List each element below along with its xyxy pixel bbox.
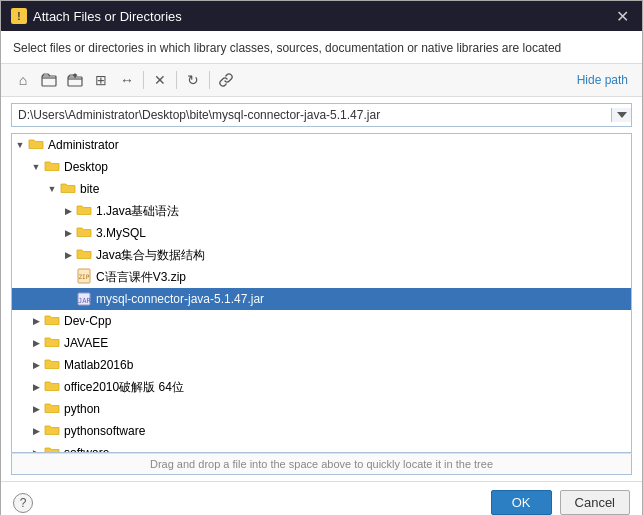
close-button[interactable]: ✕ <box>612 6 632 26</box>
path-bar <box>11 103 632 127</box>
folder-icon <box>44 335 60 351</box>
jar-icon: JAR <box>76 291 92 307</box>
dialog-footer: ? OK Cancel <box>1 481 642 515</box>
new-folder-button[interactable] <box>37 68 61 92</box>
svg-text:JAR: JAR <box>78 297 91 305</box>
help-button[interactable]: ? <box>13 493 33 513</box>
folder-icon <box>44 379 60 395</box>
ok-button[interactable]: OK <box>491 490 552 515</box>
tree-item-label: C语言课件V3.zip <box>96 269 186 286</box>
folder-icon <box>76 247 92 263</box>
toolbar-separator-2 <box>176 71 177 89</box>
folder-up-button[interactable] <box>63 68 87 92</box>
tree-item-dev-cpp[interactable]: ▶ Dev-Cpp <box>12 310 631 332</box>
folder-icon <box>44 313 60 329</box>
tree-item-python[interactable]: ▶ python <box>12 398 631 420</box>
svg-rect-1 <box>68 77 82 86</box>
tree-item-c-course[interactable]: ZIP C语言课件V3.zip <box>12 266 631 288</box>
tree-item-mysql[interactable]: ▶ 3.MySQL <box>12 222 631 244</box>
hide-path-button[interactable]: Hide path <box>573 71 632 89</box>
svg-text:ZIP: ZIP <box>79 273 90 280</box>
footer-buttons: OK Cancel <box>491 490 630 515</box>
tree-item-administrator[interactable]: ▼ Administrator <box>12 134 631 156</box>
tree-item-label: Matlab2016b <box>64 358 133 372</box>
zip-icon: ZIP <box>76 268 92 286</box>
tree-item-label: python <box>64 402 100 416</box>
tree-item-label: Desktop <box>64 160 108 174</box>
folder-icon <box>44 423 60 439</box>
link-button[interactable] <box>214 68 238 92</box>
toolbar-buttons: ⌂ ⊞ ↔ ✕ ↻ <box>11 68 238 92</box>
tree-item-label: mysql-connector-java-5.1.47.jar <box>96 292 264 306</box>
folder-icon <box>76 203 92 219</box>
file-tree[interactable]: ▼ Administrator▼ Desktop▼ bite▶ 1.Java基础… <box>11 133 632 453</box>
folder-icon <box>44 357 60 373</box>
tree-item-label: software <box>64 446 109 453</box>
folder-root-button[interactable]: ⊞ <box>89 68 113 92</box>
dialog-icon: ! <box>11 8 27 24</box>
tree-item-label: Administrator <box>48 138 119 152</box>
path-dropdown-button[interactable] <box>611 108 631 122</box>
tree-item-label: pythonsoftware <box>64 424 145 438</box>
tree-item-javaee[interactable]: ▶ JAVAEE <box>12 332 631 354</box>
toolbar-separator-3 <box>209 71 210 89</box>
delete-button[interactable]: ✕ <box>148 68 172 92</box>
title-bar: ! Attach Files or Directories ✕ <box>1 1 642 31</box>
tree-item-label: Java集合与数据结构 <box>96 247 205 264</box>
folder-icon <box>28 137 44 153</box>
cancel-button[interactable]: Cancel <box>560 490 630 515</box>
tree-item-matlab[interactable]: ▶ Matlab2016b <box>12 354 631 376</box>
tree-item-mysql-connector[interactable]: JAR mysql-connector-java-5.1.47.jar <box>12 288 631 310</box>
tree-item-java-collection[interactable]: ▶ Java集合与数据结构 <box>12 244 631 266</box>
tree-item-label: 3.MySQL <box>96 226 146 240</box>
tree-item-desktop[interactable]: ▼ Desktop <box>12 156 631 178</box>
tree-item-pythonsoftware[interactable]: ▶ pythonsoftware <box>12 420 631 442</box>
tree-item-label: office2010破解版 64位 <box>64 379 184 396</box>
folder-icon <box>76 225 92 241</box>
path-input[interactable] <box>12 104 611 126</box>
attach-files-dialog: ! Attach Files or Directories ✕ Select f… <box>0 0 643 515</box>
home-button[interactable]: ⌂ <box>11 68 35 92</box>
toolbar: ⌂ ⊞ ↔ ✕ ↻ <box>1 63 642 97</box>
tree-item-label: bite <box>80 182 99 196</box>
tree-item-label: JAVAEE <box>64 336 108 350</box>
tree-item-office[interactable]: ▶ office2010破解版 64位 <box>12 376 631 398</box>
title-bar-left: ! Attach Files or Directories <box>11 8 182 24</box>
folder-icon <box>44 445 60 453</box>
dialog-title: Attach Files or Directories <box>33 9 182 24</box>
folder-icon <box>44 401 60 417</box>
drag-hint: Drag and drop a file into the space abov… <box>11 453 632 475</box>
description-text: Select files or directories in which lib… <box>1 31 642 63</box>
tree-item-java-basics[interactable]: ▶ 1.Java基础语法 <box>12 200 631 222</box>
tree-item-label: 1.Java基础语法 <box>96 203 179 220</box>
folder-icon <box>60 181 76 197</box>
tree-item-bite[interactable]: ▼ bite <box>12 178 631 200</box>
refresh-button[interactable]: ↻ <box>181 68 205 92</box>
move-button[interactable]: ↔ <box>115 68 139 92</box>
toolbar-separator <box>143 71 144 89</box>
tree-item-software[interactable]: ▶ software <box>12 442 631 453</box>
folder-icon <box>44 159 60 175</box>
tree-item-label: Dev-Cpp <box>64 314 111 328</box>
